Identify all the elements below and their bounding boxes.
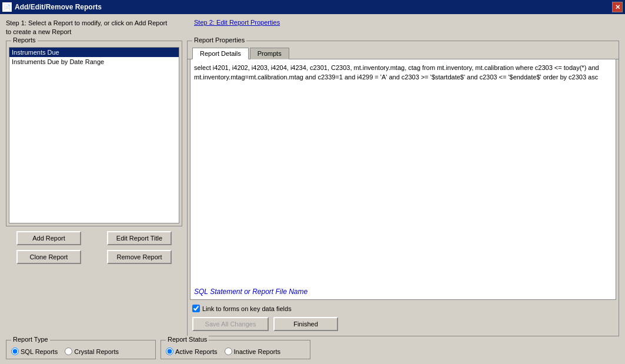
report-status-group: Report Status Active Reports Inactive Re… <box>161 340 310 359</box>
reports-list[interactable]: Instruments Due Instruments Due by Date … <box>9 47 179 223</box>
step2-text: Step 2: Edit Report Properties <box>194 19 280 26</box>
left-panel: Reports Instruments Due Instruments Due … <box>6 41 182 336</box>
remove-report-button[interactable]: Remove Report <box>107 250 172 264</box>
title-bar: 📄 Add/Edit/Remove Reports ✕ <box>0 0 625 14</box>
close-button[interactable]: ✕ <box>612 2 623 12</box>
sql-label: SQL Statement or Report File Name <box>194 288 612 296</box>
sql-reports-option[interactable]: SQL Reports <box>11 348 58 355</box>
title-bar-left: 📄 Add/Edit/Remove Reports <box>2 2 102 12</box>
report-type-radio-row: SQL Reports Crystal Reports <box>11 348 151 355</box>
checkbox-row: Link to forms on key data fields <box>188 302 619 315</box>
report-status-legend: Report Status <box>166 336 209 343</box>
active-reports-label: Active Reports <box>175 348 218 355</box>
finished-button[interactable]: Finished <box>273 317 338 331</box>
report-item[interactable]: Instruments Due by Date Range <box>9 57 179 66</box>
active-reports-option[interactable]: Active Reports <box>166 348 218 355</box>
bottom-row: Report Type SQL Reports Crystal Reports … <box>6 340 619 359</box>
content-area: Reports Instruments Due Instruments Due … <box>6 41 619 336</box>
report-status-radio-row: Active Reports Inactive Reports <box>166 348 305 355</box>
save-all-changes-button[interactable]: Save All Changes <box>192 317 269 331</box>
add-report-button[interactable]: Add Report <box>16 231 81 245</box>
reports-legend: Reports <box>11 36 38 44</box>
report-type-legend: Report Type <box>11 336 50 343</box>
tab-content-report-details: select i4201, i4202, i4203, i4204, i4234… <box>190 59 616 300</box>
report-item[interactable]: Instruments Due <box>9 48 179 57</box>
action-buttons-row: Save All Changes Finished <box>188 315 619 336</box>
tab-report-details[interactable]: Report Details <box>192 48 249 59</box>
inactive-reports-radio[interactable] <box>225 348 232 355</box>
app-icon: 📄 <box>2 2 12 12</box>
sql-reports-label: SQL Reports <box>21 348 58 355</box>
crystal-reports-radio[interactable] <box>65 348 72 355</box>
report-properties-legend: Report Properties <box>192 36 246 44</box>
secondary-buttons-row: Clone Report Remove Report <box>6 250 182 264</box>
tab-prompts[interactable]: Prompts <box>250 48 289 59</box>
clone-report-button[interactable]: Clone Report <box>16 250 81 264</box>
inactive-reports-label: Inactive Reports <box>234 348 280 355</box>
tabs-bar: Report Details Prompts <box>188 41 619 59</box>
edit-report-title-button[interactable]: Edit Report Title <box>107 231 172 245</box>
sql-reports-radio[interactable] <box>11 348 19 355</box>
steps-row: Step 1: Select a Report to modify, or cl… <box>6 19 619 37</box>
link-forms-label: Link to forms on key data fields <box>202 305 292 312</box>
step1-text: Step 1: Select a Report to modify, or cl… <box>6 19 171 37</box>
main-content: Step 1: Select a Report to modify, or cl… <box>0 14 625 364</box>
window-title: Add/Edit/Remove Reports <box>15 3 102 11</box>
crystal-reports-option[interactable]: Crystal Reports <box>65 348 119 355</box>
active-reports-radio[interactable] <box>166 348 173 355</box>
sql-text: select i4201, i4202, i4203, i4204, i4234… <box>194 63 612 283</box>
link-forms-checkbox[interactable] <box>192 305 200 312</box>
crystal-reports-label: Crystal Reports <box>74 348 119 355</box>
right-panel: Report Properties Report Details Prompts… <box>187 41 619 336</box>
primary-buttons-row: Add Report Edit Report Title <box>6 231 182 245</box>
reports-group: Reports Instruments Due Instruments Due … <box>6 41 182 226</box>
report-type-group: Report Type SQL Reports Crystal Reports <box>6 340 156 359</box>
report-properties-group: Report Properties Report Details Prompts… <box>187 41 619 336</box>
inactive-reports-option[interactable]: Inactive Reports <box>225 348 280 355</box>
